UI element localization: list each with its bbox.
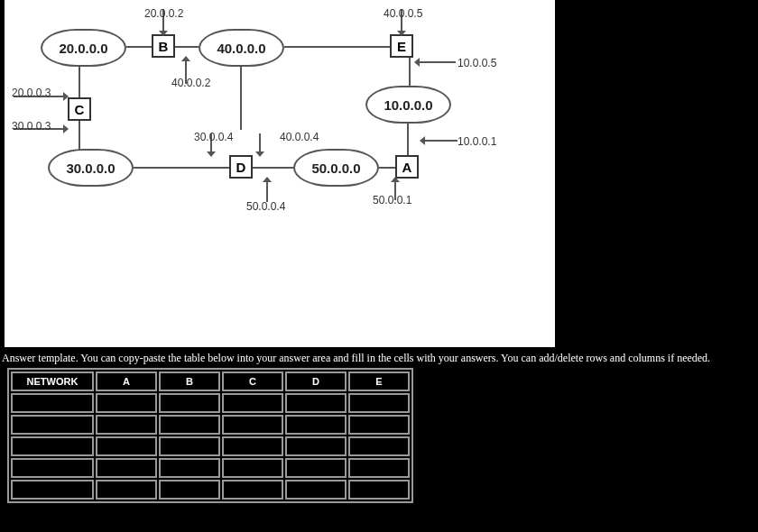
label-d-left: 30.0.0.4 — [194, 131, 233, 143]
cloud-20: 20.0.0.0 — [41, 29, 126, 67]
header-c: C — [222, 371, 283, 391]
router-c: C — [68, 97, 91, 121]
label-d-bottom: 50.0.0.4 — [246, 200, 285, 213]
network-diagram: 20.0.0.0 40.0.0.0 10.0.0.0 30.0.0.0 50.0… — [5, 0, 555, 347]
link — [409, 58, 411, 87]
arrow — [266, 182, 268, 202]
link — [407, 124, 409, 155]
cloud-10: 10.0.0.0 — [365, 86, 451, 124]
table-row — [11, 436, 410, 456]
link — [126, 46, 152, 48]
router-d: D — [229, 155, 253, 179]
router-a: A — [395, 155, 419, 179]
header-a: A — [96, 371, 157, 391]
link — [284, 46, 390, 48]
label-a-top: 10.0.0.1 — [458, 135, 496, 148]
arrow — [259, 133, 261, 151]
label-e-top: 40.0.0.5 — [384, 7, 422, 20]
arrow — [425, 140, 458, 142]
router-e: E — [390, 34, 413, 58]
link — [379, 167, 395, 169]
link — [134, 167, 229, 169]
label-d-top: 40.0.0.4 — [280, 131, 319, 143]
table-row — [11, 393, 410, 413]
table-row — [11, 480, 410, 500]
label-c-bottom: 30.0.0.3 — [12, 120, 51, 133]
link — [240, 67, 242, 130]
link — [79, 121, 80, 151]
table-row — [11, 415, 410, 435]
header-d: D — [285, 371, 347, 391]
table-header-row: NETWORK A B C D E — [11, 371, 410, 391]
label-a-bottom: 50.0.0.1 — [373, 194, 411, 206]
label-e-right: 10.0.0.5 — [458, 57, 496, 69]
label-b-bottom: 40.0.0.2 — [171, 77, 210, 89]
instruction-text: Answer template. You can copy-paste the … — [2, 352, 710, 365]
header-e: E — [348, 371, 410, 391]
link — [79, 67, 80, 97]
header-network: NETWORK — [11, 371, 94, 391]
table-body — [11, 393, 410, 500]
link — [175, 46, 199, 48]
router-b: B — [152, 34, 175, 58]
arrow — [420, 61, 456, 63]
table-row — [11, 458, 410, 478]
cloud-30: 30.0.0.0 — [48, 149, 134, 187]
header-b: B — [159, 371, 220, 391]
label-c-top: 20.0.0.3 — [12, 87, 51, 99]
label-b-top: 20.0.0.2 — [144, 7, 183, 20]
link — [253, 167, 293, 169]
answer-table: NETWORK A B C D E — [7, 368, 413, 503]
cloud-50: 50.0.0.0 — [293, 149, 379, 187]
cloud-40: 40.0.0.0 — [199, 29, 284, 67]
